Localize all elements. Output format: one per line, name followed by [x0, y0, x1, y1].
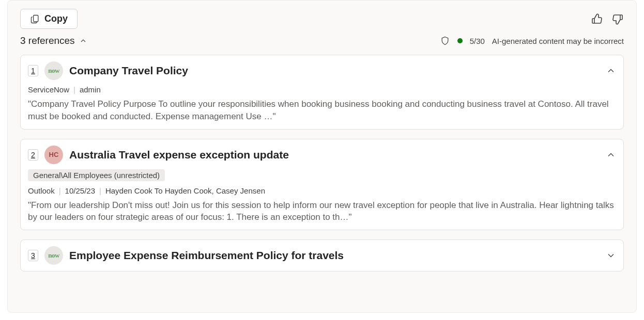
source-avatar-person: HC [44, 146, 63, 164]
feedback-controls [591, 13, 624, 25]
reference-tag: General\All Employees (unrestricted) [28, 169, 165, 181]
references-count-label: 3 references [20, 35, 75, 46]
reference-header[interactable]: 2 HC Australia Travel expense exception … [28, 146, 616, 164]
reference-date: 10/25/23 [65, 186, 95, 195]
status-dot-icon [457, 38, 463, 43]
disclaimer-text: AI-generated content may be incorrect [492, 37, 624, 45]
reference-source: ServiceNow [28, 85, 69, 94]
chevron-up-icon[interactable] [606, 66, 616, 76]
reference-author-line: Hayden Cook To Hayden Cook, Casey Jensen [105, 186, 265, 195]
top-row: Copy [20, 9, 624, 29]
chevron-up-icon[interactable] [606, 150, 616, 160]
reference-number: 1 [28, 65, 38, 76]
reference-number: 3 [28, 250, 38, 261]
reference-excerpt: "From our leadership Don't miss out! Joi… [28, 199, 616, 224]
reference-excerpt: "Company Travel Policy Purpose To outlin… [28, 98, 616, 123]
reference-card: 1 now Company Travel Policy ServiceNow |… [20, 55, 624, 130]
reference-number: 2 [28, 149, 38, 161]
source-avatar-now: now [44, 61, 63, 80]
usage-count: 5/30 [470, 37, 485, 45]
chevron-down-icon[interactable] [606, 250, 616, 261]
svg-rect-0 [34, 15, 38, 22]
reference-title: Employee Expense Reimbursement Policy fo… [69, 249, 344, 262]
reference-meta: ServiceNow | admin [28, 85, 616, 94]
copy-button[interactable]: Copy [20, 9, 78, 29]
reference-meta: Outlook | 10/25/23 | Hayden Cook To Hayd… [28, 186, 616, 195]
references-panel: Copy 3 references 5/30 AI-generated cont… [7, 0, 637, 313]
reference-source: Outlook [28, 186, 55, 195]
shield-icon [440, 36, 450, 46]
source-avatar-now: now [44, 246, 63, 265]
thumbs-up-icon[interactable] [591, 13, 603, 25]
reference-author: admin [80, 85, 101, 94]
reference-title: Australia Travel expense exception updat… [69, 149, 289, 161]
thumbs-down-icon[interactable] [611, 13, 624, 25]
reference-header[interactable]: 3 now Employee Expense Reimbursement Pol… [28, 246, 616, 265]
references-toggle[interactable]: 3 references [20, 35, 87, 46]
reference-header[interactable]: 1 now Company Travel Policy [28, 61, 616, 80]
copy-label: Copy [44, 13, 68, 24]
chevron-up-icon [79, 37, 87, 45]
copy-icon [30, 14, 40, 24]
reference-title: Company Travel Policy [69, 65, 188, 77]
reference-card: 3 now Employee Expense Reimbursement Pol… [20, 239, 624, 271]
status-bar: 5/30 AI-generated content may be incorre… [440, 36, 624, 46]
references-header-row: 3 references 5/30 AI-generated content m… [20, 35, 624, 46]
reference-card: 2 HC Australia Travel expense exception … [20, 139, 624, 231]
